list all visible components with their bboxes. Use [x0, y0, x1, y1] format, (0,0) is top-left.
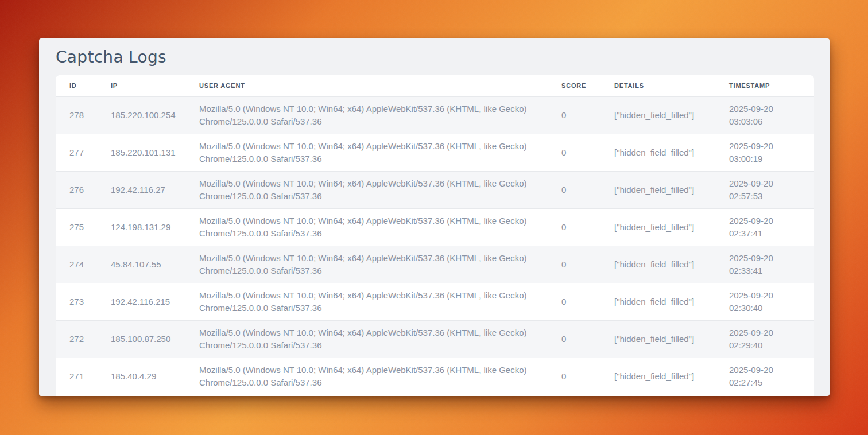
cell-id: 274 [56, 246, 97, 283]
table-row: 272 185.100.87.250 Mozilla/5.0 (Windows … [56, 320, 814, 358]
cell-user-agent: Mozilla/5.0 (Windows NT 10.0; Win64; x64… [185, 171, 548, 208]
table-row: 277 185.220.101.131 Mozilla/5.0 (Windows… [56, 134, 814, 171]
cell-timestamp: 2025-09-20 03:00:19 [715, 134, 814, 171]
cell-ip: 185.100.87.250 [97, 320, 185, 358]
cell-score: 0 [548, 246, 600, 283]
cell-details: ["hidden_field_filled"] [600, 96, 715, 134]
table-row: 273 192.42.116.215 Mozilla/5.0 (Windows … [56, 283, 814, 320]
cell-id: 273 [56, 283, 97, 320]
cell-id: 277 [56, 134, 97, 171]
cell-user-agent: Mozilla/5.0 (Windows NT 10.0; Win64; x64… [185, 208, 548, 246]
captcha-logs-table: ID IP USER AGENT SCORE DETAILS TIMESTAMP… [56, 75, 814, 395]
column-header-details: DETAILS [600, 75, 715, 96]
cell-score: 0 [548, 320, 600, 358]
cell-user-agent: Mozilla/5.0 (Windows NT 10.0; Win64; x64… [185, 246, 548, 283]
logs-table-container: ID IP USER AGENT SCORE DETAILS TIMESTAMP… [56, 75, 814, 396]
cell-timestamp: 2025-09-20 03:03:06 [715, 96, 814, 134]
cell-timestamp: 2025-09-20 02:29:40 [715, 320, 814, 358]
cell-score: 0 [548, 96, 600, 134]
column-header-score: SCORE [548, 75, 600, 96]
table-row: 278 185.220.100.254 Mozilla/5.0 (Windows… [56, 96, 814, 134]
cell-ip: 185.220.100.254 [97, 96, 185, 134]
table-header: ID IP USER AGENT SCORE DETAILS TIMESTAMP [56, 75, 814, 96]
cell-user-agent: Mozilla/5.0 (Windows NT 10.0; Win64; x64… [185, 320, 548, 358]
table-row: 276 192.42.116.27 Mozilla/5.0 (Windows N… [56, 171, 814, 208]
cell-ip: 45.84.107.55 [97, 246, 185, 283]
cell-timestamp: 2025-09-20 02:57:53 [715, 171, 814, 208]
cell-details: ["hidden_field_filled"] [600, 246, 715, 283]
cell-ip: 124.198.131.29 [97, 208, 185, 246]
cell-timestamp: 2025-09-20 02:30:40 [715, 283, 814, 320]
cell-id: 276 [56, 171, 97, 208]
cell-details: ["hidden_field_filled"] [600, 208, 715, 246]
column-header-timestamp: TIMESTAMP [715, 75, 814, 96]
cell-id: 275 [56, 208, 97, 246]
table-body: 278 185.220.100.254 Mozilla/5.0 (Windows… [56, 96, 814, 395]
cell-details: ["hidden_field_filled"] [600, 358, 715, 395]
cell-ip: 192.42.116.215 [97, 283, 185, 320]
cell-timestamp: 2025-09-20 02:27:45 [715, 358, 814, 395]
cell-id: 278 [56, 96, 97, 134]
cell-ip: 185.220.101.131 [97, 134, 185, 171]
cell-user-agent: Mozilla/5.0 (Windows NT 10.0; Win64; x64… [185, 358, 548, 395]
cell-score: 0 [548, 283, 600, 320]
cell-user-agent: Mozilla/5.0 (Windows NT 10.0; Win64; x64… [185, 134, 548, 171]
captcha-logs-card: Captcha Logs ID IP USER AGENT SCORE DETA… [39, 38, 830, 396]
column-header-user-agent: USER AGENT [185, 75, 548, 96]
cell-details: ["hidden_field_filled"] [600, 134, 715, 171]
cell-timestamp: 2025-09-20 02:33:41 [715, 246, 814, 283]
cell-id: 271 [56, 358, 97, 395]
page-title: Captcha Logs [56, 38, 814, 75]
column-header-id: ID [56, 75, 97, 96]
cell-user-agent: Mozilla/5.0 (Windows NT 10.0; Win64; x64… [185, 283, 548, 320]
table-row: 274 45.84.107.55 Mozilla/5.0 (Windows NT… [56, 246, 814, 283]
cell-details: ["hidden_field_filled"] [600, 171, 715, 208]
cell-score: 0 [548, 358, 600, 395]
cell-score: 0 [548, 208, 600, 246]
cell-ip: 192.42.116.27 [97, 171, 185, 208]
table-row: 275 124.198.131.29 Mozilla/5.0 (Windows … [56, 208, 814, 246]
cell-ip: 185.40.4.29 [97, 358, 185, 395]
cell-details: ["hidden_field_filled"] [600, 320, 715, 358]
cell-timestamp: 2025-09-20 02:37:41 [715, 208, 814, 246]
column-header-ip: IP [97, 75, 185, 96]
cell-details: ["hidden_field_filled"] [600, 283, 715, 320]
cell-score: 0 [548, 171, 600, 208]
cell-id: 272 [56, 320, 97, 358]
cell-user-agent: Mozilla/5.0 (Windows NT 10.0; Win64; x64… [185, 96, 548, 134]
table-row: 271 185.40.4.29 Mozilla/5.0 (Windows NT … [56, 358, 814, 395]
cell-score: 0 [548, 134, 600, 171]
